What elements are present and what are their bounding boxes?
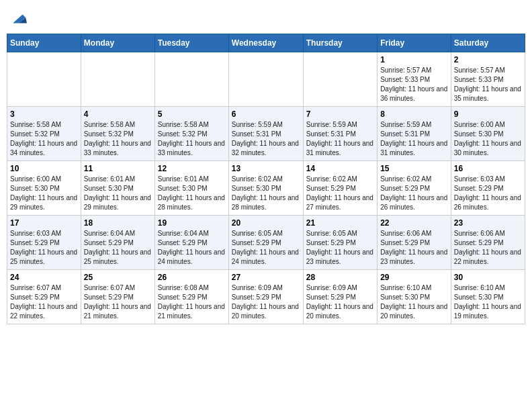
logo-icon (11, 11, 27, 27)
day-info: Sunrise: 5:59 AM Sunset: 5:31 PM Dayligh… (306, 120, 374, 158)
day-cell: 27Sunrise: 6:09 AM Sunset: 5:29 PM Dayli… (228, 270, 303, 324)
day-cell: 4Sunrise: 5:58 AM Sunset: 5:32 PM Daylig… (81, 107, 154, 161)
day-info: Sunrise: 6:02 AM Sunset: 5:30 PM Dayligh… (232, 175, 300, 212)
day-info: Sunrise: 5:58 AM Sunset: 5:32 PM Dayligh… (10, 120, 78, 158)
day-cell: 9Sunrise: 6:00 AM Sunset: 5:30 PM Daylig… (451, 107, 525, 161)
day-number: 24 (10, 273, 78, 282)
day-number: 4 (84, 109, 152, 119)
day-cell: 2Sunrise: 5:57 AM Sunset: 5:33 PM Daylig… (451, 52, 525, 107)
day-cell: 16Sunrise: 6:03 AM Sunset: 5:29 PM Dayli… (451, 161, 525, 216)
day-number: 30 (454, 273, 522, 282)
day-cell: 10Sunrise: 6:00 AM Sunset: 5:30 PM Dayli… (7, 161, 81, 216)
weekday-header-thursday: Thursday (303, 34, 377, 52)
day-number: 1 (380, 55, 448, 64)
logo (9, 11, 27, 27)
calendar-table: SundayMondayTuesdayWednesdayThursdayFrid… (7, 34, 525, 324)
day-info: Sunrise: 6:02 AM Sunset: 5:29 PM Dayligh… (306, 175, 374, 212)
day-cell: 6Sunrise: 5:59 AM Sunset: 5:31 PM Daylig… (228, 107, 303, 161)
day-info: Sunrise: 5:58 AM Sunset: 5:32 PM Dayligh… (158, 120, 226, 158)
weekday-header-row: SundayMondayTuesdayWednesdayThursdayFrid… (7, 34, 525, 52)
week-row-4: 17Sunrise: 6:03 AM Sunset: 5:29 PM Dayli… (7, 216, 525, 270)
day-number: 28 (306, 273, 374, 282)
day-number: 29 (380, 273, 448, 282)
day-number: 5 (158, 109, 226, 119)
day-info: Sunrise: 5:57 AM Sunset: 5:33 PM Dayligh… (454, 66, 522, 103)
day-cell: 8Sunrise: 5:59 AM Sunset: 5:31 PM Daylig… (378, 107, 451, 161)
day-cell: 1Sunrise: 5:57 AM Sunset: 5:33 PM Daylig… (378, 52, 451, 107)
day-number: 16 (454, 164, 522, 173)
day-info: Sunrise: 6:00 AM Sunset: 5:30 PM Dayligh… (454, 120, 522, 158)
day-cell: 30Sunrise: 6:10 AM Sunset: 5:30 PM Dayli… (451, 270, 525, 324)
weekday-header-wednesday: Wednesday (228, 34, 303, 52)
day-info: Sunrise: 6:01 AM Sunset: 5:30 PM Dayligh… (158, 175, 226, 212)
day-cell: 29Sunrise: 6:10 AM Sunset: 5:30 PM Dayli… (378, 270, 451, 324)
day-info: Sunrise: 5:59 AM Sunset: 5:31 PM Dayligh… (232, 120, 300, 158)
day-cell (7, 52, 81, 107)
day-cell: 18Sunrise: 6:04 AM Sunset: 5:29 PM Dayli… (81, 216, 154, 270)
week-row-2: 3Sunrise: 5:58 AM Sunset: 5:32 PM Daylig… (7, 107, 525, 161)
day-cell: 19Sunrise: 6:04 AM Sunset: 5:29 PM Dayli… (154, 216, 228, 270)
day-cell: 24Sunrise: 6:07 AM Sunset: 5:29 PM Dayli… (7, 270, 81, 324)
day-info: Sunrise: 6:04 AM Sunset: 5:29 PM Dayligh… (158, 229, 226, 267)
day-number: 13 (232, 164, 300, 173)
day-number: 12 (158, 164, 226, 173)
logo-text (9, 11, 27, 27)
day-cell: 14Sunrise: 6:02 AM Sunset: 5:29 PM Dayli… (303, 161, 377, 216)
day-number: 19 (158, 218, 226, 228)
day-info: Sunrise: 6:09 AM Sunset: 5:29 PM Dayligh… (232, 283, 300, 321)
day-number: 20 (232, 218, 300, 228)
day-info: Sunrise: 5:58 AM Sunset: 5:32 PM Dayligh… (84, 120, 152, 158)
day-cell (228, 52, 303, 107)
weekday-header-tuesday: Tuesday (154, 34, 228, 52)
day-number: 17 (10, 218, 78, 228)
day-info: Sunrise: 6:07 AM Sunset: 5:29 PM Dayligh… (10, 283, 78, 321)
day-cell (154, 52, 228, 107)
day-number: 22 (380, 218, 448, 228)
day-info: Sunrise: 6:02 AM Sunset: 5:29 PM Dayligh… (380, 175, 448, 212)
day-info: Sunrise: 6:07 AM Sunset: 5:29 PM Dayligh… (84, 283, 152, 321)
day-number: 27 (232, 273, 300, 282)
day-cell: 20Sunrise: 6:05 AM Sunset: 5:29 PM Dayli… (228, 216, 303, 270)
day-info: Sunrise: 6:10 AM Sunset: 5:30 PM Dayligh… (380, 283, 448, 321)
day-cell: 7Sunrise: 5:59 AM Sunset: 5:31 PM Daylig… (303, 107, 377, 161)
day-cell: 3Sunrise: 5:58 AM Sunset: 5:32 PM Daylig… (7, 107, 81, 161)
day-cell (303, 52, 377, 107)
day-info: Sunrise: 6:04 AM Sunset: 5:29 PM Dayligh… (84, 229, 152, 267)
day-cell: 23Sunrise: 6:06 AM Sunset: 5:29 PM Dayli… (451, 216, 525, 270)
day-number: 25 (84, 273, 152, 282)
weekday-header-sunday: Sunday (7, 34, 81, 52)
day-info: Sunrise: 6:09 AM Sunset: 5:29 PM Dayligh… (306, 283, 374, 321)
day-info: Sunrise: 6:01 AM Sunset: 5:30 PM Dayligh… (84, 175, 152, 212)
day-info: Sunrise: 6:03 AM Sunset: 5:29 PM Dayligh… (10, 229, 78, 267)
day-info: Sunrise: 6:06 AM Sunset: 5:29 PM Dayligh… (380, 229, 448, 267)
day-info: Sunrise: 5:59 AM Sunset: 5:31 PM Dayligh… (380, 120, 448, 158)
day-cell: 15Sunrise: 6:02 AM Sunset: 5:29 PM Dayli… (378, 161, 451, 216)
day-cell: 17Sunrise: 6:03 AM Sunset: 5:29 PM Dayli… (7, 216, 81, 270)
day-number: 7 (306, 109, 374, 119)
day-cell: 22Sunrise: 6:06 AM Sunset: 5:29 PM Dayli… (378, 216, 451, 270)
day-number: 9 (454, 109, 522, 119)
calendar-body: 1Sunrise: 5:57 AM Sunset: 5:33 PM Daylig… (7, 52, 525, 324)
day-info: Sunrise: 6:05 AM Sunset: 5:29 PM Dayligh… (232, 229, 300, 267)
page-header (7, 7, 525, 31)
day-info: Sunrise: 5:57 AM Sunset: 5:33 PM Dayligh… (380, 66, 448, 103)
day-number: 15 (380, 164, 448, 173)
day-number: 18 (84, 218, 152, 228)
day-info: Sunrise: 6:06 AM Sunset: 5:29 PM Dayligh… (454, 229, 522, 267)
day-info: Sunrise: 6:05 AM Sunset: 5:29 PM Dayligh… (306, 229, 374, 267)
day-cell: 11Sunrise: 6:01 AM Sunset: 5:30 PM Dayli… (81, 161, 154, 216)
weekday-header-monday: Monday (81, 34, 154, 52)
day-number: 23 (454, 218, 522, 228)
day-cell: 21Sunrise: 6:05 AM Sunset: 5:29 PM Dayli… (303, 216, 377, 270)
day-info: Sunrise: 6:03 AM Sunset: 5:29 PM Dayligh… (454, 175, 522, 212)
day-cell: 12Sunrise: 6:01 AM Sunset: 5:30 PM Dayli… (154, 161, 228, 216)
weekday-header-saturday: Saturday (451, 34, 525, 52)
day-cell: 26Sunrise: 6:08 AM Sunset: 5:29 PM Dayli… (154, 270, 228, 324)
week-row-5: 24Sunrise: 6:07 AM Sunset: 5:29 PM Dayli… (7, 270, 525, 324)
day-cell: 5Sunrise: 5:58 AM Sunset: 5:32 PM Daylig… (154, 107, 228, 161)
day-cell: 13Sunrise: 6:02 AM Sunset: 5:30 PM Dayli… (228, 161, 303, 216)
day-number: 14 (306, 164, 374, 173)
day-number: 6 (232, 109, 300, 119)
weekday-header-friday: Friday (378, 34, 451, 52)
day-cell (81, 52, 154, 107)
